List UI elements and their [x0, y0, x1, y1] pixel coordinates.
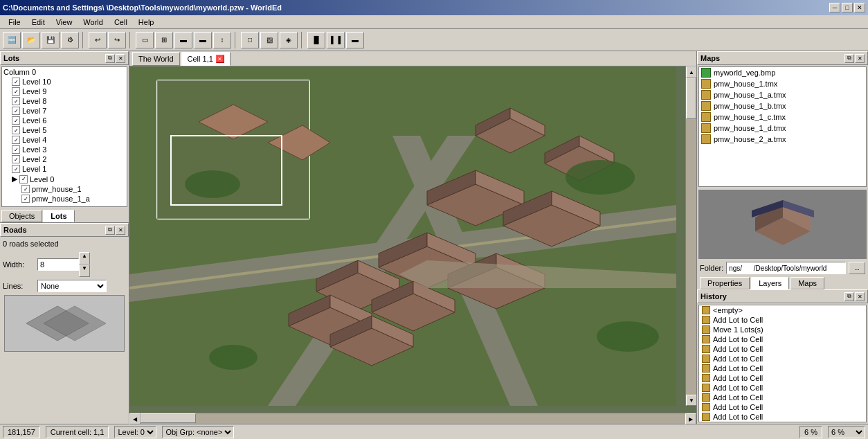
menu-help[interactable]: Help	[133, 17, 160, 28]
history-item-10[interactable]: Add Lot to Cell	[699, 402, 866, 412]
history-item-2[interactable]: Move 1 Lots(s)	[699, 325, 866, 334]
roads-close-button[interactable]: ✕	[116, 226, 125, 235]
level-0[interactable]: ▶ ✓ Level 0	[2, 174, 127, 184]
level-10-checkbox[interactable]: ✓	[12, 78, 20, 86]
folder-input[interactable]	[726, 262, 846, 274]
level-9-checkbox[interactable]: ✓	[12, 87, 20, 96]
scroll-up-btn[interactable]: ▲	[686, 66, 696, 78]
scroll-right-btn[interactable]: ▶	[685, 413, 696, 424]
maps-close-button[interactable]: ✕	[855, 54, 865, 63]
toolbar-obj[interactable]: ◈	[280, 32, 298, 48]
status-level-select[interactable]: Level: 0	[114, 426, 156, 438]
level-8[interactable]: ✓ Level 8	[2, 96, 127, 106]
level-2-checkbox[interactable]: ✓	[12, 155, 20, 163]
history-item-3[interactable]: Add Lot to Cell	[699, 334, 866, 344]
tab-cell-1-1[interactable]: Cell 1,1 ✕	[181, 52, 230, 66]
history-item-8[interactable]: Add Lot to Cell	[699, 383, 866, 393]
sub-tab-maps[interactable]: Maps	[790, 277, 824, 289]
history-list[interactable]: <empty> Add Lot to Cell Move 1 Lots(s) A…	[698, 305, 867, 422]
browse-button[interactable]: ...	[849, 262, 865, 274]
maximize-button[interactable]: □	[842, 3, 853, 12]
toolbar-bmp3[interactable]: ▬	[346, 32, 364, 48]
history-float-button[interactable]: ⧉	[844, 292, 854, 301]
lots-tree[interactable]: Column 0 ✓ Level 10 ✓ Level 9 ✓ Level 8 …	[1, 66, 127, 207]
menu-edit[interactable]: Edit	[26, 17, 51, 28]
lots-close-button[interactable]: ✕	[116, 54, 125, 63]
level-3[interactable]: ✓ Level 3	[2, 145, 127, 154]
status-objgrp-select[interactable]: Obj Grp: <none>	[162, 426, 234, 438]
toolbar-road2[interactable]: ▬	[194, 32, 212, 48]
sub-tab-layers[interactable]: Layers	[751, 277, 789, 289]
toolbar-road1[interactable]: ▬	[174, 32, 192, 48]
level-6[interactable]: ✓ Level 6	[2, 116, 127, 125]
toolbar-redo[interactable]: ↪	[108, 32, 126, 48]
lots-float-button[interactable]: ⧉	[105, 54, 115, 63]
toolbar-road3[interactable]: ↕	[213, 32, 231, 48]
pmw-house-1-checkbox[interactable]: ✓	[21, 185, 30, 193]
width-input[interactable]	[37, 258, 79, 271]
level-0-checkbox[interactable]: ✓	[19, 175, 28, 183]
map-item-veg[interactable]: myworld_veg.bmp	[699, 67, 866, 78]
menu-cell[interactable]: Cell	[109, 17, 133, 28]
toolbar-zone[interactable]: ▨	[260, 32, 278, 48]
scroll-h-thumb[interactable]	[141, 413, 196, 423]
map-item-2a[interactable]: pmw_house_2_a.tmx	[699, 134, 866, 145]
width-spin-up[interactable]: ▲	[79, 252, 90, 265]
map-v-scrollbar[interactable]: ▲ ▼	[685, 66, 696, 406]
level-10[interactable]: ✓ Level 10	[2, 77, 127, 87]
lines-select[interactable]: None	[37, 280, 107, 292]
level-9[interactable]: ✓ Level 9	[2, 87, 127, 96]
tab-the-world[interactable]: The World	[132, 52, 180, 66]
history-item-5[interactable]: Add Lot to Cell	[699, 354, 866, 364]
pmw-house-1[interactable]: ✓ pmw_house_1	[2, 184, 127, 194]
map-item-1a[interactable]: pmw_house_1_a.tmx	[699, 89, 866, 100]
scroll-left-btn[interactable]: ◀	[129, 413, 141, 424]
map-item-1b[interactable]: pmw_house_1_b.tmx	[699, 100, 866, 111]
close-button[interactable]: ✕	[854, 3, 865, 12]
sub-tab-properties[interactable]: Properties	[700, 277, 750, 289]
maps-list[interactable]: myworld_veg.bmp pmw_house_1.tmx pmw_hous…	[698, 66, 867, 187]
toolbar-new[interactable]: 🆕	[3, 32, 21, 48]
level-2[interactable]: ✓ Level 2	[2, 154, 127, 164]
scroll-v-thumb[interactable]	[686, 78, 696, 119]
map-item-1c[interactable]: pmw_house_1_c.tmx	[699, 111, 866, 123]
history-item-9[interactable]: Add Lot to Cell	[699, 393, 866, 402]
toolbar-move[interactable]: ⊞	[155, 32, 173, 48]
toolbar-bmp1[interactable]: ▐▌	[307, 32, 325, 48]
level-8-checkbox[interactable]: ✓	[12, 97, 20, 105]
menu-view[interactable]: View	[51, 17, 78, 28]
map-item-1[interactable]: pmw_house_1.tmx	[699, 78, 866, 89]
toolbar-open[interactable]: 📂	[22, 32, 40, 48]
toolbar-bmp2[interactable]: ▌▐	[327, 32, 345, 48]
map-item-1d[interactable]: pmw_house_1_d.tmx	[699, 123, 866, 134]
map-h-scrollbar[interactable]: ◀ ▶	[129, 413, 696, 424]
scroll-v-track[interactable]	[686, 78, 696, 395]
toolbar-rect[interactable]: □	[241, 32, 259, 48]
history-item-7[interactable]: Add Lot to Cell	[699, 373, 866, 383]
toolbar-gen[interactable]: ⚙	[61, 32, 79, 48]
width-spin-down[interactable]: ▼	[79, 265, 90, 277]
minimize-button[interactable]: ─	[829, 3, 840, 12]
maps-float-button[interactable]: ⧉	[844, 54, 854, 63]
pmw-house-1a[interactable]: ✓ pmw_house_1_a	[2, 194, 127, 204]
level-4[interactable]: ✓ Level 4	[2, 135, 127, 145]
history-item-0[interactable]: <empty>	[699, 305, 866, 315]
history-item-4[interactable]: Add Lot to Cell	[699, 344, 866, 354]
pmw-house-1a-checkbox[interactable]: ✓	[21, 195, 30, 203]
level-4-checkbox[interactable]: ✓	[12, 136, 20, 144]
history-item-1[interactable]: Add Lot to Cell	[699, 315, 866, 325]
menu-world[interactable]: World	[78, 17, 109, 28]
map-canvas[interactable]: ▲ ▼	[129, 66, 696, 413]
menu-file[interactable]: File	[3, 17, 26, 28]
toolbar-save[interactable]: 💾	[42, 32, 60, 48]
history-close-button[interactable]: ✕	[855, 292, 865, 301]
level-7[interactable]: ✓ Level 7	[2, 106, 127, 116]
scroll-down-btn[interactable]: ▼	[686, 395, 696, 406]
history-item-6[interactable]: Add Lot to Cell	[699, 364, 866, 373]
level-5-checkbox[interactable]: ✓	[12, 126, 20, 134]
level-1-checkbox[interactable]: ✓	[12, 165, 20, 173]
tab-lots[interactable]: Lots	[43, 210, 74, 222]
level-6-checkbox[interactable]: ✓	[12, 116, 20, 125]
toolbar-undo[interactable]: ↩	[89, 32, 107, 48]
tab-objects[interactable]: Objects	[1, 210, 42, 222]
